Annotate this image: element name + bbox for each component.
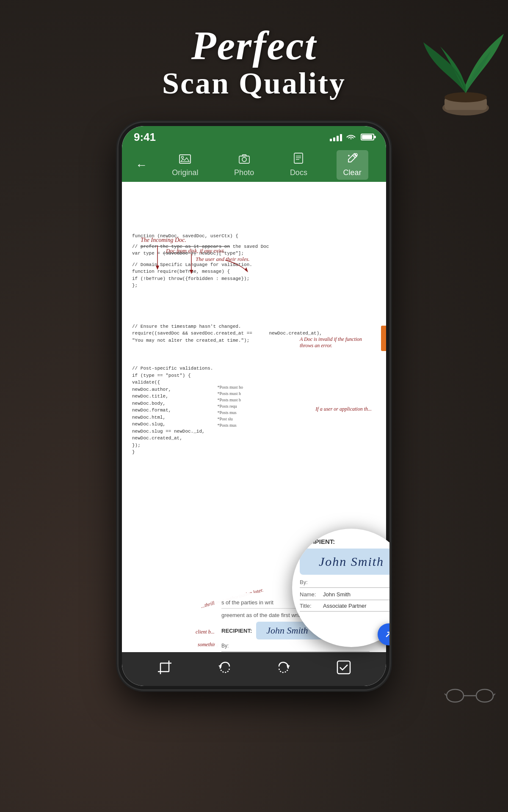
magnify-title-row: Title: Associate Partner (300, 603, 389, 612)
status-time: 9:41 (134, 131, 156, 144)
magnify-name-row: Name: John Smith (300, 591, 389, 600)
clear-icon (347, 153, 358, 167)
svg-rect-26 (337, 661, 350, 674)
tab-photo[interactable]: Photo (227, 151, 261, 180)
phone-frame: 9:41 (119, 123, 389, 689)
magnify-signature-text: John Smith (308, 554, 389, 569)
tab-original[interactable]: Original (165, 151, 205, 180)
status-bar: 9:41 (122, 126, 386, 148)
back-button[interactable]: ← (129, 155, 154, 175)
by-label: By: (221, 643, 229, 649)
magnify-name-value: John Smith (323, 591, 351, 598)
signal-icon (330, 133, 342, 141)
header: Perfect Scan Quality (0, 25, 508, 101)
title-line2: Scan Quality (0, 66, 508, 101)
annotation-2: Doc from disk, if any exist. (166, 247, 225, 254)
tab-docs[interactable]: Docs (283, 150, 314, 180)
check-button[interactable] (333, 656, 355, 682)
photo-icon (239, 153, 250, 167)
title-line1: Perfect (0, 25, 508, 66)
svg-point-4 (182, 156, 184, 158)
app-toolbar: ← Original (122, 148, 386, 182)
magnify-by-label: By: (300, 579, 308, 585)
undo-button[interactable] (213, 656, 235, 682)
svg-rect-3 (179, 155, 190, 163)
glasses-decor (444, 685, 495, 706)
docs-icon (294, 153, 303, 167)
orange-tab (381, 326, 386, 351)
tab-photo-label: Photo (234, 168, 254, 177)
crop-button[interactable] (154, 656, 176, 682)
magnify-by-row: By: (300, 579, 389, 588)
svg-rect-19 (160, 663, 169, 672)
magnify-signature-box: John Smith (300, 549, 389, 575)
tab-docs-label: Docs (290, 168, 307, 177)
magnify-title-value: Associate Partner (323, 603, 367, 609)
recipient-label: RECIPIENT: (221, 628, 252, 634)
status-icons (330, 133, 374, 142)
tab-clear-label: Clear (343, 168, 362, 177)
toolbar-tabs: Original Photo (154, 150, 379, 180)
annotation-1: The Incoming Doc. (141, 237, 186, 244)
redo-button[interactable] (273, 656, 295, 682)
annotation-3: The user and their roles. (196, 256, 250, 263)
original-icon (179, 153, 191, 167)
annotation-app: If a user or application th... (315, 406, 372, 412)
svg-point-6 (242, 157, 246, 162)
svg-rect-7 (294, 153, 303, 163)
magnify-title-label: Title: (300, 603, 323, 609)
magnify-name-label: Name: (300, 591, 323, 598)
annotation-invalid: A Doc is invalid if the function throws … (300, 336, 367, 349)
annotation-client: client b... (196, 629, 215, 635)
wifi-icon (346, 133, 356, 142)
bottom-toolbar (122, 652, 386, 686)
tab-original-label: Original (172, 168, 198, 177)
battery-icon (361, 134, 374, 140)
tab-clear[interactable]: Clear (337, 150, 368, 180)
